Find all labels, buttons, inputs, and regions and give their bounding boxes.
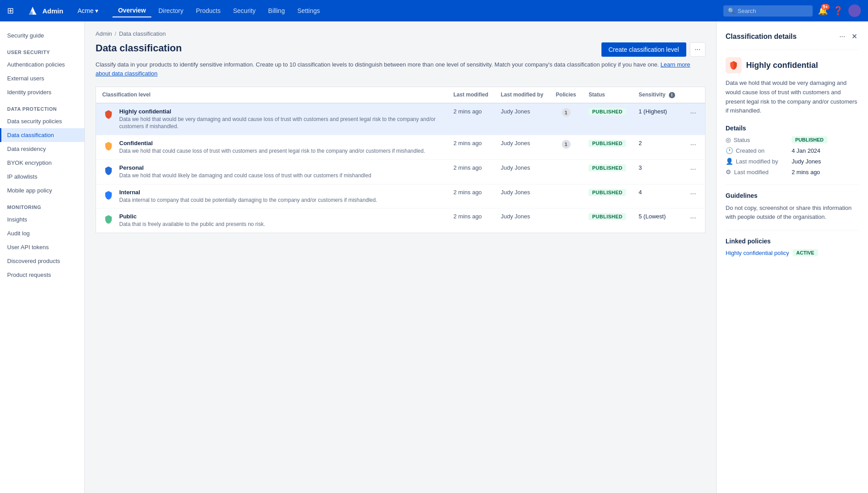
page-header: Data classification Create classificatio…: [96, 42, 705, 57]
cell-sensitivity-0: 1 (Highest): [632, 103, 681, 135]
sidebar-item-byok-encryption[interactable]: BYOK encryption: [0, 156, 84, 170]
row-more-button-1[interactable]: ···: [688, 140, 699, 150]
sidebar-section-data-protection: DATA PROTECTION: [0, 99, 84, 114]
table-row[interactable]: Highly confidential Data we hold that wo…: [96, 103, 705, 135]
sidebar-item-ip-allowlists[interactable]: IP allowlists: [0, 170, 84, 184]
table-body: Highly confidential Data we hold that wo…: [96, 103, 705, 233]
nav-link-products[interactable]: Products: [191, 4, 226, 17]
cell-more-1: ···: [681, 135, 705, 160]
logo-text: Admin: [42, 7, 63, 15]
sidebar-item-insights[interactable]: Insights: [0, 213, 84, 226]
help-button[interactable]: ❓: [833, 6, 843, 16]
search-input[interactable]: [738, 8, 808, 14]
sidebar-item-user-api-tokens[interactable]: User API tokens: [0, 240, 84, 254]
detail-name: Highly confidential: [746, 61, 818, 70]
nav-link-billing[interactable]: Billing: [263, 4, 290, 17]
detail-linked-policies-title: Linked policies: [726, 238, 859, 245]
detail-details-title: Details: [726, 125, 859, 132]
top-nav: ⊞ Admin Acme ▾ Overview Directory Produc…: [0, 0, 868, 21]
row-more-button-2[interactable]: ···: [688, 164, 699, 174]
col-actions: [681, 87, 705, 103]
chevron-down-icon: ▾: [95, 7, 98, 14]
sidebar-item-external-users[interactable]: External users: [0, 71, 84, 85]
sidebar-item-audit-log[interactable]: Audit log: [0, 226, 84, 240]
table-row[interactable]: Internal Data internal to company that c…: [96, 184, 705, 209]
page-description: Classify data in your products to identi…: [96, 60, 705, 78]
cell-more-2: ···: [681, 159, 705, 184]
breadcrumb-admin[interactable]: Admin: [96, 30, 112, 37]
header-actions: Create classification level ···: [601, 42, 705, 57]
nav-link-security[interactable]: Security: [228, 4, 261, 17]
sidebar-item-data-classification[interactable]: Data classification: [0, 128, 84, 142]
detail-status-value: PUBLISHED: [792, 136, 827, 143]
detail-shield-icon: [726, 57, 742, 73]
col-status: Status: [582, 87, 632, 103]
table-header: Classification level Last modified Last …: [96, 87, 705, 103]
classification-desc-0: Data we hold that would be very damaging…: [119, 116, 441, 131]
sidebar-item-identity-providers[interactable]: Identity providers: [0, 85, 84, 99]
linked-policy-row: Highly confidential policy ACTIVE: [726, 249, 859, 256]
sidebar-item-data-residency[interactable]: Data residency: [0, 142, 84, 156]
detail-modified-value: 2 mins ago: [792, 169, 820, 175]
cell-sensitivity-4: 5 (Lowest): [632, 209, 681, 233]
sidebar-item-auth-policies[interactable]: Authentication policies: [0, 58, 84, 71]
cell-status-0: PUBLISHED: [582, 103, 632, 135]
panel-divider-top: [726, 50, 859, 50]
created-icon: 🕐: [726, 147, 733, 154]
cell-status-4: PUBLISHED: [582, 209, 632, 233]
atlassian-logo[interactable]: Admin: [26, 4, 63, 17]
classification-name-2: Personal: [119, 164, 371, 171]
main-content: Admin / Data classification Data classif…: [85, 21, 716, 493]
table-row[interactable]: Personal Data we hold that would likely …: [96, 159, 705, 184]
status-badge-4: PUBLISHED: [588, 213, 626, 220]
classification-name-4: Public: [119, 213, 265, 220]
cell-policies-2: [550, 159, 582, 184]
panel-more-button[interactable]: ···: [838, 30, 847, 42]
sidebar-item-mobile-app-policy[interactable]: Mobile app policy: [0, 184, 84, 197]
detail-modified-row: ⚙ Last modified 2 mins ago: [726, 168, 859, 175]
cell-status-2: PUBLISHED: [582, 159, 632, 184]
row-more-button-0[interactable]: ···: [688, 108, 699, 118]
cell-more-4: ···: [681, 209, 705, 233]
sidebar-item-product-requests[interactable]: Product requests: [0, 268, 84, 282]
panel-divider-1: [726, 184, 859, 185]
nav-link-directory[interactable]: Directory: [153, 4, 189, 17]
grid-icon[interactable]: ⊞: [7, 6, 14, 16]
row-more-button-3[interactable]: ···: [688, 189, 699, 199]
panel-close-button[interactable]: ✕: [850, 30, 859, 42]
detail-panel-title: Classification details: [726, 33, 797, 41]
org-selector[interactable]: Acme ▾: [74, 5, 102, 16]
classification-name-0: Highly confidential: [119, 108, 441, 115]
app-layout: Security guide USER SECURITY Authenticat…: [0, 21, 868, 493]
more-options-button[interactable]: ···: [690, 42, 705, 57]
sidebar-item-security-guide[interactable]: Security guide: [0, 29, 84, 42]
classification-table: Classification level Last modified Last …: [96, 87, 705, 233]
table-row[interactable]: Confidential Data we hold that could cau…: [96, 135, 705, 160]
sensitivity-info-icon[interactable]: i: [669, 92, 675, 98]
cell-modified-by-2: Judy Jones: [495, 159, 550, 184]
cell-sensitivity-2: 3: [632, 159, 681, 184]
create-classification-level-button[interactable]: Create classification level: [601, 42, 686, 57]
nav-link-overview[interactable]: Overview: [113, 4, 151, 17]
linked-policy-link[interactable]: Highly confidential policy: [726, 250, 789, 256]
cell-modified-3: 2 mins ago: [447, 184, 495, 209]
nav-link-settings[interactable]: Settings: [292, 4, 326, 17]
linked-policy-status: ACTIVE: [793, 249, 818, 256]
row-more-button-4[interactable]: ···: [688, 213, 699, 223]
sidebar-item-data-security-policies[interactable]: Data security policies: [0, 114, 84, 128]
user-icon: 👤: [726, 158, 733, 165]
search-box[interactable]: 🔍: [723, 5, 813, 17]
notification-button[interactable]: 🔔 9+: [818, 6, 828, 16]
search-icon: 🔍: [728, 8, 735, 14]
sidebar-item-discovered-products[interactable]: Discovered products: [0, 254, 84, 268]
breadcrumb-separator: /: [115, 30, 117, 37]
page-title: Data classification: [96, 42, 182, 54]
policy-count-0: 1: [562, 108, 571, 117]
cell-name-1: Confidential Data we hold that could cau…: [96, 135, 447, 160]
avatar[interactable]: [848, 4, 861, 17]
table-row[interactable]: Public Data that is freely available to …: [96, 209, 705, 233]
cell-modified-0: 2 mins ago: [447, 103, 495, 135]
detail-modified-by-value: Judy Jones: [792, 158, 821, 165]
breadcrumb: Admin / Data classification: [96, 30, 705, 37]
status-icon: ◎: [726, 136, 731, 143]
